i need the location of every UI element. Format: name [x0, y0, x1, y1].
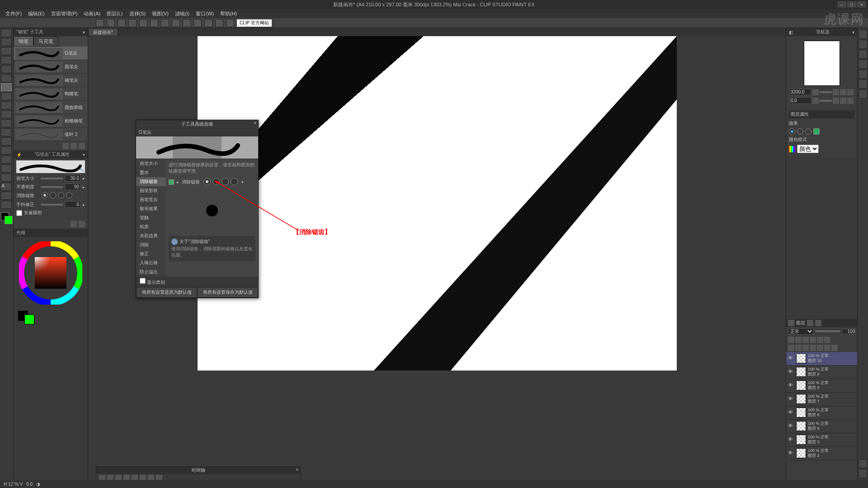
navigator-preview[interactable]	[804, 41, 840, 86]
toolbar-clear-icon[interactable]	[150, 19, 158, 27]
layer-clip-icon[interactable]	[795, 337, 802, 343]
dialog-side-item[interactable]: 画笔笔尖	[136, 195, 166, 204]
dialog-side-item[interactable]: 水彩边界	[136, 231, 166, 240]
brush-item[interactable]: 粗糙钢笔	[14, 114, 88, 128]
zoom-input[interactable]	[790, 89, 811, 95]
dialog-side-item[interactable]: 散布效果	[136, 204, 166, 213]
bg-color[interactable]	[24, 314, 34, 324]
layer-item[interactable]: 👁100 % 正常图层 7	[786, 393, 857, 406]
menu-item[interactable]: 视图(V)	[149, 9, 171, 18]
dock-search-icon[interactable]	[859, 89, 868, 99]
menu-item[interactable]: 动画(A)	[81, 9, 103, 18]
rot-slider[interactable]	[820, 100, 832, 102]
prop-wrench-icon[interactable]: 🔧	[79, 168, 84, 172]
layer-mode-select[interactable]: 正常	[788, 328, 814, 335]
save-defaults-button[interactable]: 将所有设置保存为默认值	[197, 287, 258, 298]
dialog-side-item[interactable]: 画笔形状	[136, 186, 166, 195]
tool-ruler-icon[interactable]	[1, 174, 12, 182]
visibility-icon[interactable]: 👁	[788, 409, 794, 416]
visibility-icon[interactable]: 👁	[788, 450, 794, 456]
toolbar-new-icon[interactable]	[96, 19, 104, 27]
toolbar-flip-icon[interactable]	[193, 19, 202, 27]
toolbar-undo-icon[interactable]	[128, 19, 137, 27]
minimize-icon[interactable]: –	[837, 1, 846, 8]
color-swatch[interactable]	[1, 212, 12, 224]
layer-item[interactable]: 👁100 % 正常图层 8	[786, 379, 857, 393]
canvas-tab[interactable]: 新建画布*	[88, 28, 118, 36]
toolbar-transform-icon[interactable]	[204, 19, 212, 27]
dock-auto-icon[interactable]	[859, 70, 868, 79]
brush-delete-icon[interactable]	[79, 143, 85, 149]
dialog-side-item[interactable]: 墨水	[136, 168, 166, 177]
tool-fill-icon[interactable]	[1, 137, 12, 145]
toolbar-fill-icon[interactable]	[161, 19, 169, 27]
close-icon[interactable]: ×	[857, 1, 866, 8]
layer-down-icon[interactable]	[824, 345, 830, 351]
toolbar-snap-icon[interactable]	[215, 19, 223, 27]
visibility-icon[interactable]: 👁	[788, 436, 794, 443]
panel-menu-icon[interactable]: ▾	[83, 30, 85, 35]
layer-item[interactable]: 👁100 % 正常图层 5	[786, 420, 857, 433]
layer-blend-select[interactable]: 颜色	[797, 145, 819, 153]
dialog-side-item[interactable]: 修正	[136, 249, 166, 258]
dialog-side-item[interactable]: 笔触	[136, 213, 166, 222]
brush-item[interactable]: G笔尖	[14, 47, 88, 60]
menu-item[interactable]: 帮助(H)	[217, 9, 240, 18]
zoom-in-icon[interactable]	[833, 89, 839, 95]
layer-draft-icon[interactable]	[810, 337, 816, 343]
rot-left-icon[interactable]	[812, 98, 819, 104]
dock-layer-icon[interactable]	[859, 459, 868, 468]
tool-select-icon[interactable]	[1, 47, 12, 55]
layer-item[interactable]: 👁100 % 正常图层 2	[786, 447, 857, 460]
tab-pen[interactable]: 钢笔	[14, 36, 33, 47]
layer-merge-icon[interactable]	[810, 345, 816, 351]
menu-item[interactable]: 窗口(W)	[193, 9, 217, 18]
layer-lock-icon[interactable]	[788, 337, 794, 343]
maximize-icon[interactable]: □	[847, 1, 856, 8]
rotate-input[interactable]	[790, 97, 811, 104]
brush-item[interactable]: 落叶 2	[14, 128, 88, 141]
layer-ref-icon[interactable]	[802, 337, 809, 343]
flip-h-icon[interactable]	[840, 98, 846, 104]
toolbar-guide-icon[interactable]	[226, 19, 234, 27]
dock-info-icon[interactable]	[859, 80, 868, 89]
layer-dup-icon[interactable]	[802, 345, 809, 351]
menu-item[interactable]: 文件(F)	[3, 9, 24, 18]
tool-eyedrop-icon[interactable]	[1, 74, 12, 82]
layer-mask-icon[interactable]	[817, 337, 823, 343]
tool-balloon-icon[interactable]	[1, 192, 12, 200]
rot-right-icon[interactable]	[833, 98, 839, 104]
tool-wand-icon[interactable]	[1, 65, 12, 73]
dialog-side-item[interactable]: 消除锯齿	[136, 177, 166, 186]
panel-menu-icon[interactable]: ▾	[83, 152, 85, 157]
timeline-close-icon[interactable]: ×	[296, 467, 298, 472]
tool-frame-icon[interactable]	[1, 164, 12, 173]
menu-item[interactable]: 图层(L)	[104, 9, 125, 18]
brush-settings-icon[interactable]	[62, 143, 69, 149]
menu-item[interactable]: 页面管理(P)	[48, 9, 80, 18]
opacity-slider[interactable]	[41, 186, 63, 188]
toolbar-rotate-icon[interactable]	[183, 19, 191, 27]
show-category-check[interactable]	[140, 278, 146, 284]
aa-enable-check[interactable]	[169, 179, 174, 185]
tool-pen-icon[interactable]	[1, 83, 12, 91]
layer-item[interactable]: 👁100 % 正常图层 6	[786, 406, 857, 420]
tool-gradient-icon[interactable]	[1, 146, 12, 155]
dialog-close-icon[interactable]: ×	[254, 121, 256, 126]
layer-opacity-slider[interactable]	[816, 330, 840, 332]
tool-shape-icon[interactable]	[1, 155, 12, 164]
tool-zoom-icon[interactable]	[1, 29, 12, 37]
layer-item[interactable]: 👁100 % 正常图层 9	[786, 366, 857, 379]
layer-new-icon[interactable]	[788, 345, 794, 351]
tool-blend-icon[interactable]	[1, 128, 12, 136]
panel-menu-icon[interactable]: ▾	[852, 30, 854, 35]
tool-pencil-icon[interactable]	[1, 92, 12, 100]
brush-item[interactable]: 镝笔尖	[14, 74, 88, 87]
aa-radio[interactable]	[41, 192, 73, 199]
tool-brush-icon[interactable]	[1, 101, 12, 109]
dock-item-icon[interactable]	[859, 50, 868, 59]
fit-icon[interactable]	[840, 89, 846, 95]
toolbar-open-icon[interactable]	[107, 19, 115, 27]
actual-icon[interactable]	[847, 89, 854, 95]
tool-text-icon[interactable]: A	[1, 183, 12, 191]
